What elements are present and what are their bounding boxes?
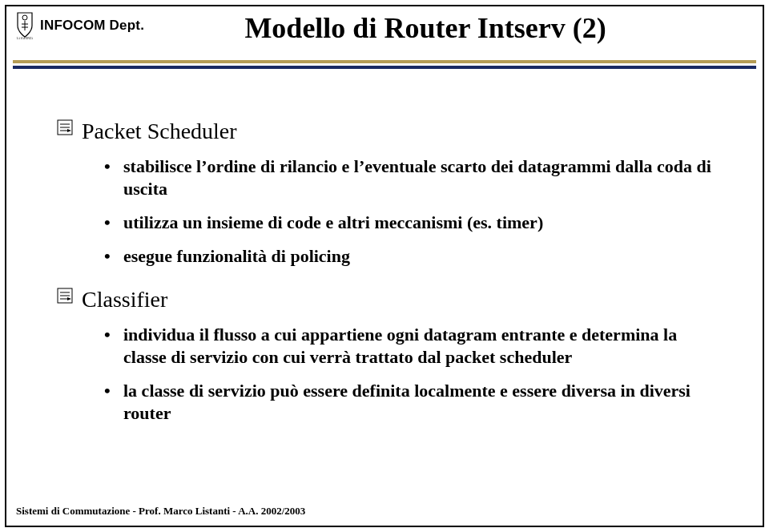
- svg-point-0: [22, 15, 27, 20]
- bullet-heading: Packet Scheduler: [82, 119, 237, 144]
- dot-icon: •: [104, 155, 115, 178]
- bullet-icon: [56, 287, 74, 304]
- sub-bullet-text: la classe di servizio può essere definit…: [123, 380, 721, 425]
- dot-icon: •: [104, 380, 115, 402]
- bullet-heading: Classifier: [82, 287, 167, 312]
- sub-bullet-text: stabilisce l’ordine di rilancio e l’even…: [123, 155, 721, 200]
- divider-gold: [13, 60, 756, 63]
- bullet-icon: [56, 119, 74, 136]
- slide: LA SAPIENZA INFOCOM Dept. Modello di Rou…: [0, 0, 769, 532]
- divider-navy: [13, 66, 756, 69]
- sub-bullet-text: esegue funzionalità di policing: [123, 245, 350, 268]
- dot-icon: •: [104, 324, 115, 346]
- svg-text:LA SAPIENZA: LA SAPIENZA: [17, 37, 34, 40]
- sub-bullet: • stabilisce l’ordine di rilancio e l’ev…: [104, 155, 721, 200]
- header: LA SAPIENZA INFOCOM Dept. Modello di Rou…: [14, 11, 755, 53]
- dot-icon: •: [104, 212, 115, 234]
- sub-bullet: • esegue funzionalità di policing: [104, 245, 721, 268]
- sub-bullet-text: individua il flusso a cui appartiene ogn…: [123, 324, 721, 369]
- dot-icon: •: [104, 245, 115, 268]
- slide-title: Modello di Router Intserv (2): [96, 11, 755, 45]
- content-area: Packet Scheduler • stabilisce l’ordine d…: [56, 104, 721, 425]
- sub-bullet: • utilizza un insieme di code e altri me…: [104, 212, 721, 234]
- university-crest-icon: LA SAPIENZA: [14, 11, 35, 40]
- sub-bullet-text: utilizza un insieme di code e altri mecc…: [123, 212, 543, 234]
- sub-bullet: • individua il flusso a cui appartiene o…: [104, 324, 721, 369]
- footer-text: Sistemi di Commutazione - Prof. Marco Li…: [16, 505, 305, 518]
- sub-bullet: • la classe di servizio può essere defin…: [104, 380, 721, 425]
- bullet-classifier: Classifier: [56, 287, 721, 312]
- divider: [13, 60, 756, 69]
- bullet-packet-scheduler: Packet Scheduler: [56, 119, 721, 144]
